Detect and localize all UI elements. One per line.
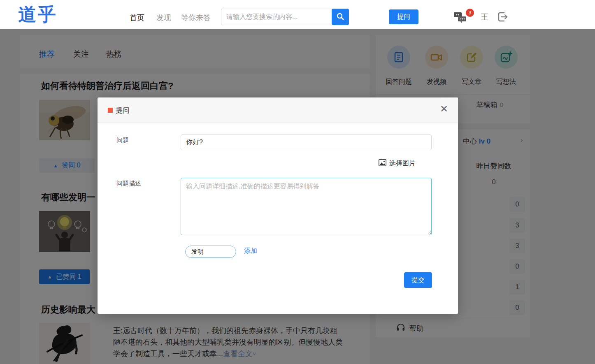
search-icon <box>336 12 344 22</box>
description-field-label: 问题描述 <box>116 180 141 188</box>
ask-question-button[interactable]: 提问 <box>389 9 418 24</box>
messages-count-badge: 3 <box>466 9 474 17</box>
image-icon <box>379 159 386 168</box>
messages-icon[interactable] <box>454 11 467 23</box>
modal-header: 提问 ✕ <box>98 97 458 123</box>
nav-item-waiting-answers[interactable]: 等你来答 <box>181 13 211 23</box>
search-bar <box>221 9 349 25</box>
question-description-textarea[interactable] <box>181 178 432 235</box>
submit-button[interactable]: 提交 <box>404 272 432 288</box>
choose-image-button[interactable]: 选择图片 <box>379 159 416 168</box>
add-tag-link[interactable]: 添加 <box>244 247 257 255</box>
logout-icon[interactable] <box>497 11 509 23</box>
nav-item-home[interactable]: 首页 <box>130 13 144 23</box>
question-field-label: 问题 <box>116 137 129 144</box>
page: 道乎 首页 发现 等你来答 提问 3 王 <box>0 0 595 364</box>
question-title-input[interactable] <box>181 134 432 150</box>
tag-input-pill <box>185 246 236 258</box>
search-button[interactable] <box>332 9 349 25</box>
modal-title: 提问 <box>116 106 130 115</box>
navbar: 道乎 首页 发现 等你来答 提问 3 王 <box>0 0 595 29</box>
search-input[interactable] <box>221 9 332 25</box>
close-icon[interactable]: ✕ <box>440 104 448 114</box>
site-logo[interactable]: 道乎 <box>18 2 58 27</box>
choose-image-label: 选择图片 <box>389 159 416 168</box>
username-link[interactable]: 王 <box>481 12 488 23</box>
modal-title-marker <box>108 108 113 113</box>
tag-input[interactable] <box>186 246 236 257</box>
nav-item-discover[interactable]: 发现 <box>156 13 171 23</box>
ask-question-modal: 提问 ✕ 问题 选择图片 问题描述 添加 提交 <box>98 97 458 314</box>
